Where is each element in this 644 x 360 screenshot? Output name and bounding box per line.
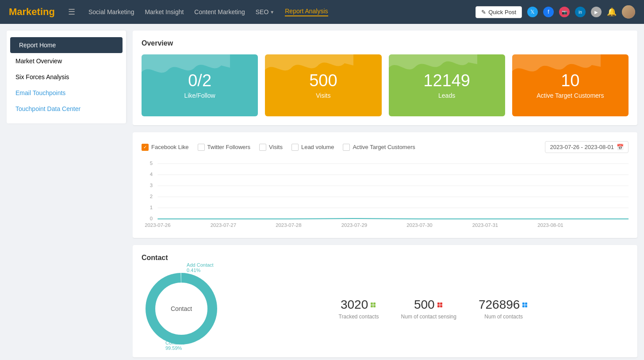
chart-svg: 5 4 3 2 1 0 2023-07-26	[142, 158, 629, 229]
chart-filters: ✓ Facebook Like Twitter Followers Visits…	[142, 141, 629, 153]
instagram-icon[interactable]: 📷	[559, 7, 570, 17]
chart-area: 5 4 3 2 1 0 2023-07-26	[142, 158, 629, 229]
top-navigation: Marketing ☰ Social Marketing Market Insi…	[0, 0, 644, 24]
num-contacts-label: Num of contacts	[479, 314, 529, 320]
y-label-2: 2	[150, 194, 153, 199]
twitter-icon[interactable]: 𝕏	[527, 7, 538, 17]
nav-right-section: ✎ Quick Post 𝕏 f 📷 in ▶ 🔔	[475, 5, 635, 19]
quick-post-button[interactable]: ✎ Quick Post	[475, 6, 522, 18]
y-label-3: 3	[150, 183, 153, 188]
overview-title: Overview	[142, 39, 629, 47]
x-label-3: 2023-07-29	[341, 222, 367, 228]
sidebar: Report Home Market Overview Six Forces A…	[7, 31, 126, 123]
stat-content-like-follow: 0/2 Like/Follow	[142, 54, 258, 116]
date-range-picker[interactable]: 2023-07-26 - 2023-08-01 📅	[545, 141, 629, 153]
logo-highlight: ing	[40, 6, 55, 17]
contact-section: Contact Add Contact 0.41% Con	[133, 245, 637, 357]
notification-bell-icon[interactable]: 🔔	[607, 7, 617, 17]
linkedin-icon[interactable]: in	[575, 7, 586, 17]
filter-label-active-target-customers: Active Target Customers	[353, 144, 415, 150]
y-label-5: 5	[150, 161, 153, 166]
filter-visits[interactable]: Visits	[259, 144, 283, 151]
contact-stat-sensing: 500 Num of contact sensing	[401, 298, 456, 320]
logo-text: Marketing	[9, 6, 55, 17]
filter-active-target-customers[interactable]: Active Target Customers	[343, 144, 415, 151]
stat-card-active-target: 10 Active Target Customers	[512, 54, 629, 116]
stat-value-leads: 12149	[423, 72, 470, 90]
checkbox-twitter-followers[interactable]	[198, 144, 205, 151]
checkbox-visits[interactable]	[259, 144, 266, 151]
stat-label-like-follow: Like/Follow	[184, 92, 215, 99]
nav-links: Social Marketing Market Insight Content …	[88, 8, 462, 16]
facebook-icon[interactable]: f	[543, 7, 554, 17]
sidebar-item-market-overview[interactable]: Market Overview	[7, 53, 126, 69]
chart-line-facebook	[157, 218, 629, 219]
main-content: Overview 0/2 Like/Follow	[133, 24, 644, 360]
filter-label-facebook-like: Facebook Like	[151, 144, 189, 150]
contact-sensing-label: Num of contact sensing	[401, 314, 456, 320]
sidebar-item-touchpoint-data-center[interactable]: Touchpoint Data Center	[7, 101, 126, 117]
stat-label-visits: Visits	[316, 92, 330, 99]
stat-card-visits: 500 Visits	[265, 54, 381, 116]
stat-content-leads: 12149 Leads	[389, 54, 505, 116]
tracked-contacts-label: Tracked contacts	[339, 314, 379, 320]
user-avatar[interactable]	[622, 5, 635, 19]
x-label-0: 2023-07-26	[145, 222, 170, 228]
checkbox-lead-volume[interactable]	[291, 144, 299, 151]
x-label-5: 2023-07-31	[472, 222, 498, 228]
donut-annotation-contacts: Contacts 99.59%	[165, 340, 184, 351]
app-logo: Marketing	[9, 6, 55, 18]
stat-value-like-follow: 0/2	[188, 72, 211, 90]
sidebar-item-six-forces[interactable]: Six Forces Analysis	[7, 69, 126, 85]
grid-icon-red	[437, 303, 444, 307]
x-label-4: 2023-07-30	[406, 222, 432, 228]
donut-svg: Contact	[142, 269, 221, 349]
contact-stat-tracked: 3020 Tracked contacts	[339, 298, 379, 320]
nav-content-marketing[interactable]: Content Marketing	[194, 8, 245, 15]
nav-market-insight[interactable]: Market Insight	[145, 8, 184, 15]
filter-label-twitter-followers: Twitter Followers	[207, 144, 251, 150]
checkbox-active-target-customers[interactable]	[343, 144, 350, 151]
stat-content-visits: 500 Visits	[265, 54, 381, 116]
filter-facebook-like[interactable]: ✓ Facebook Like	[142, 144, 189, 151]
num-contacts-value: 726896	[479, 298, 520, 312]
page-body: Report Home Market Overview Six Forces A…	[0, 24, 644, 360]
nav-toggle-icon[interactable]: ☰	[68, 7, 75, 17]
grid-icon-green	[371, 303, 377, 307]
sidebar-item-report-home[interactable]: Report Home	[10, 37, 123, 53]
overview-section: Overview 0/2 Like/Follow	[133, 31, 637, 125]
seo-dropdown-icon: ▼	[270, 10, 274, 15]
nav-report-analysis[interactable]: Report Analysis	[285, 8, 328, 16]
avatar-image	[622, 5, 635, 19]
y-label-1: 1	[150, 205, 153, 210]
filter-label-visits: Visits	[269, 144, 283, 150]
stat-value-active-target: 10	[561, 72, 579, 90]
contact-grid: Add Contact 0.41% Contact Contacts	[142, 269, 629, 349]
filter-twitter-followers[interactable]: Twitter Followers	[198, 144, 251, 151]
tracked-contacts-value: 3020	[341, 298, 368, 312]
checkbox-facebook-like[interactable]: ✓	[142, 144, 149, 151]
sidebar-item-email-touchpoints[interactable]: Email Touchpoints	[7, 85, 126, 101]
stat-cards-container: 0/2 Like/Follow 500 Visits	[142, 54, 629, 116]
x-label-1: 2023-07-27	[211, 222, 236, 228]
nav-seo[interactable]: SEO ▼	[256, 8, 274, 15]
youtube-icon[interactable]: ▶	[591, 7, 602, 17]
donut-chart-container: Add Contact 0.41% Contact Contacts	[142, 269, 221, 349]
contact-stats: 3020 Tracked contacts 500	[239, 298, 629, 320]
y-label-4: 4	[150, 172, 153, 177]
donut-center-label: Contact	[171, 305, 192, 312]
edit-icon: ✎	[481, 9, 486, 15]
grid-icon-blue	[522, 303, 529, 307]
stat-content-active-target: 10 Active Target Customers	[512, 54, 629, 116]
stat-label-active-target: Active Target Customers	[537, 92, 604, 99]
stat-card-leads: 12149 Leads	[389, 54, 505, 116]
contact-sensing-value: 500	[414, 298, 435, 312]
filter-label-lead-volume: Lead volume	[301, 144, 334, 150]
y-label-0: 0	[150, 216, 153, 221]
stat-card-like-follow: 0/2 Like/Follow	[142, 54, 258, 116]
contact-stat-total: 726896 Num of contacts	[479, 298, 529, 320]
nav-social-marketing[interactable]: Social Marketing	[88, 8, 134, 15]
donut-annotation-add-contact: Add Contact 0.41%	[187, 262, 214, 273]
filter-lead-volume[interactable]: Lead volume	[291, 144, 334, 151]
x-label-2: 2023-07-28	[276, 222, 301, 228]
